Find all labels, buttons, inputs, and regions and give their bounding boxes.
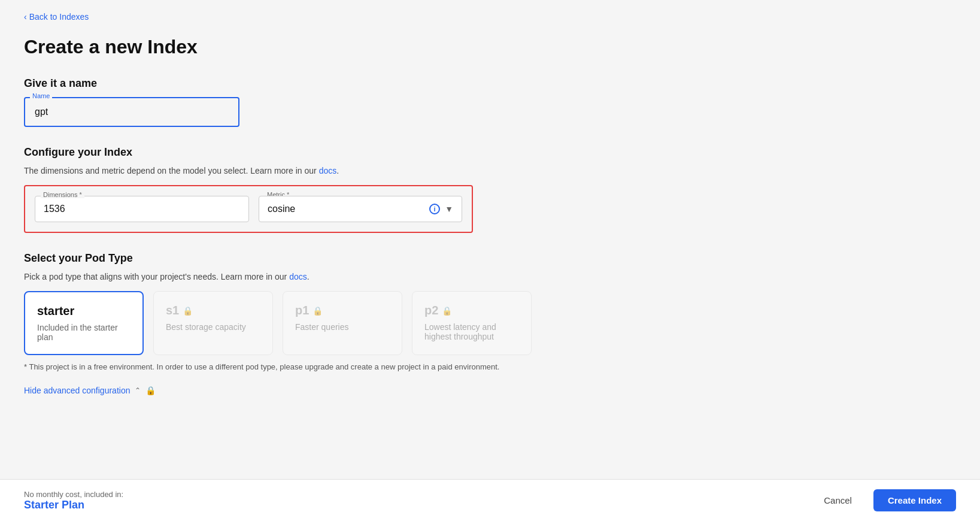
name-field-label: Name [30, 92, 52, 99]
name-section-title: Give it a name [24, 77, 694, 90]
pod-p2-title: p2 🔒 [424, 304, 519, 317]
pod-card-s1[interactable]: s1 🔒 Best storage capacity [153, 291, 273, 355]
back-chevron-icon: ‹ [24, 12, 27, 22]
advanced-config-link[interactable]: Hide advanced configuration [24, 386, 130, 395]
pod-starter-title: starter [37, 304, 131, 318]
upgrade-note: * This project is in a free environment.… [24, 362, 694, 371]
pod-desc-suffix: . [307, 272, 310, 281]
back-link-label: Back to Indexes [29, 12, 89, 22]
footer-cost: No monthly cost, included in: Starter Pl… [24, 490, 123, 511]
info-icon[interactable]: i [429, 204, 440, 214]
pod-s1-title: s1 🔒 [166, 304, 260, 317]
metric-value: cosine [268, 204, 429, 214]
pod-desc-text: Pick a pod type that aligns with your pr… [24, 272, 289, 281]
metric-chevron-icon[interactable]: ▼ [445, 204, 453, 214]
footer-plan-label: Starter Plan [24, 499, 123, 511]
configure-description: The dimensions and metric depend on the … [24, 166, 694, 175]
pod-section-title: Select your Pod Type [24, 252, 694, 265]
pod-p1-title: p1 🔒 [295, 304, 390, 317]
dimensions-metric-row: Dimensions * Metric * cosine i ▼ [24, 185, 473, 233]
pod-card-p2[interactable]: p2 🔒 Lowest latency and highest throughp… [412, 291, 532, 355]
advanced-lock-icon: 🔒 [145, 386, 156, 395]
configure-docs-link[interactable]: docs [319, 166, 337, 175]
dimensions-label: Dimensions * [41, 191, 84, 198]
pod-p2-desc: Lowest latency and highest throughput [424, 322, 519, 341]
page-wrapper: ‹ Back to Indexes Create a new Index Giv… [0, 0, 980, 521]
cancel-button[interactable]: Cancel [809, 489, 866, 511]
name-input[interactable] [24, 97, 239, 127]
footer-buttons: Cancel Create Index [809, 489, 956, 511]
main-content: ‹ Back to Indexes Create a new Index Giv… [0, 0, 718, 479]
configure-section-title: Configure your Index [24, 146, 694, 159]
back-to-indexes-link[interactable]: ‹ Back to Indexes [24, 12, 694, 22]
dimensions-input[interactable] [35, 196, 249, 222]
pod-card-starter[interactable]: starter Included in the starter plan [24, 291, 144, 355]
pod-section: Select your Pod Type Pick a pod type tha… [24, 252, 694, 371]
footer-cost-label: No monthly cost, included in: [24, 490, 123, 499]
configure-section: Configure your Index The dimensions and … [24, 146, 694, 233]
pod-cards: starter Included in the starter plan s1 … [24, 291, 694, 355]
dimensions-field: Dimensions * [35, 196, 249, 222]
advanced-config: Hide advanced configuration ⌃ 🔒 [24, 386, 694, 395]
pod-p1-desc: Faster queries [295, 322, 390, 332]
s1-lock-icon: 🔒 [183, 306, 193, 316]
pod-s1-desc: Best storage capacity [166, 322, 260, 332]
advanced-chevron-icon: ⌃ [135, 386, 141, 395]
pod-description: Pick a pod type that aligns with your pr… [24, 272, 694, 281]
metric-select-wrapper[interactable]: cosine i ▼ [259, 196, 462, 222]
pod-docs-link[interactable]: docs [289, 272, 307, 281]
footer-bar: No monthly cost, included in: Starter Pl… [0, 479, 980, 521]
configure-desc-suffix: . [336, 166, 339, 175]
configure-desc-text: The dimensions and metric depend on the … [24, 166, 319, 175]
create-index-button[interactable]: Create Index [873, 489, 956, 511]
pod-starter-desc: Included in the starter plan [37, 323, 131, 342]
p1-lock-icon: 🔒 [312, 306, 323, 316]
metric-field: Metric * cosine i ▼ [259, 196, 462, 222]
name-section: Give it a name Name [24, 77, 694, 127]
pod-card-p1[interactable]: p1 🔒 Faster queries [283, 291, 402, 355]
name-field-wrapper: Name [24, 97, 239, 127]
page-title: Create a new Index [24, 36, 694, 58]
p2-lock-icon: 🔒 [442, 306, 452, 316]
